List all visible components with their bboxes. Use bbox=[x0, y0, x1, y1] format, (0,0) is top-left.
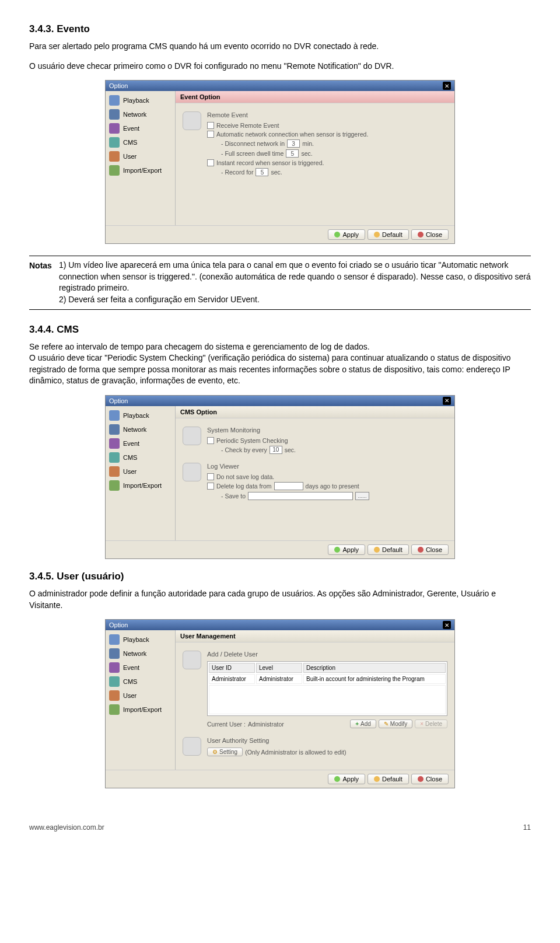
modify-button[interactable]: ✎Modify bbox=[379, 720, 412, 728]
add-button[interactable]: +Add bbox=[350, 720, 376, 728]
x-icon: × bbox=[420, 721, 424, 727]
nav-item-importexport[interactable]: Import/Export bbox=[106, 163, 175, 177]
delete-button[interactable]: ×Delete bbox=[415, 720, 447, 728]
checkbox[interactable] bbox=[207, 483, 214, 490]
nav-label: Playback bbox=[123, 97, 149, 104]
nav-item-playback[interactable]: Playback bbox=[106, 93, 175, 107]
seconds-input[interactable]: 5 bbox=[256, 168, 268, 176]
th-level[interactable]: Level bbox=[256, 663, 302, 673]
section-para: O usuário deve checar primeiro como o DV… bbox=[29, 61, 531, 72]
nav-item-cms[interactable]: CMS bbox=[106, 450, 175, 464]
unit-label: sec. bbox=[285, 446, 296, 453]
button-label: Default bbox=[382, 546, 402, 553]
plus-icon: + bbox=[355, 721, 359, 727]
checkbox[interactable] bbox=[207, 159, 214, 166]
close-button[interactable]: Close bbox=[411, 544, 449, 555]
button-label: Default bbox=[382, 231, 402, 238]
table-row[interactable]: Administrator Administrator Built-in acc… bbox=[209, 674, 446, 684]
minutes-input[interactable]: 3 bbox=[287, 139, 300, 148]
seconds-input[interactable]: 10 bbox=[270, 446, 282, 454]
nav-item-cms[interactable]: CMS bbox=[106, 135, 175, 149]
group-title: Add / Delete User bbox=[207, 651, 447, 658]
options-nav: PlaybackNetworkEventCMSUserImport/Export bbox=[106, 91, 176, 225]
nav-icon bbox=[109, 648, 120, 659]
notes-text: 1) Um vídeo live aparecerá em uma única … bbox=[59, 260, 531, 305]
path-input[interactable] bbox=[248, 492, 353, 500]
checkbox[interactable] bbox=[207, 131, 214, 138]
field-label: days ago to present bbox=[306, 483, 359, 490]
nav-item-user[interactable]: User bbox=[106, 149, 175, 163]
nav-item-network[interactable]: Network bbox=[106, 647, 175, 661]
default-button[interactable]: Default bbox=[368, 544, 409, 555]
nav-label: Network bbox=[123, 650, 146, 657]
nav-icon bbox=[109, 480, 120, 491]
checkbox-label: Automatic network connection when sensor… bbox=[216, 131, 368, 138]
check-icon bbox=[334, 776, 340, 782]
nav-label: User bbox=[123, 692, 136, 699]
nav-item-playback[interactable]: Playback bbox=[106, 633, 175, 647]
nav-item-event[interactable]: Event bbox=[106, 121, 175, 135]
button-label: Setting bbox=[219, 749, 237, 755]
nav-label: CMS bbox=[123, 454, 137, 461]
group-title: Log Viewer bbox=[207, 463, 447, 470]
section-text: O usuário deve ticar "Periodic System Ch… bbox=[29, 353, 510, 385]
nav-item-network[interactable]: Network bbox=[106, 422, 175, 436]
default-icon bbox=[374, 232, 380, 238]
nav-item-cms[interactable]: CMS bbox=[106, 675, 175, 689]
nav-item-user[interactable]: User bbox=[106, 464, 175, 479]
default-icon bbox=[374, 547, 380, 553]
unit-label: min. bbox=[302, 140, 314, 147]
nav-item-playback[interactable]: Playback bbox=[106, 408, 175, 422]
nav-label: CMS bbox=[123, 139, 137, 146]
field-label: - Disconnect network in bbox=[221, 140, 285, 147]
dialog-titlebar: Option ✕ bbox=[106, 396, 454, 406]
th-userid[interactable]: User ID bbox=[209, 663, 255, 673]
td-level: Administrator bbox=[256, 674, 302, 684]
apply-button[interactable]: Apply bbox=[328, 544, 365, 555]
page-number: 11 bbox=[523, 823, 531, 832]
unit-label: sec. bbox=[271, 169, 282, 176]
nav-item-event[interactable]: Event bbox=[106, 436, 175, 450]
th-description[interactable]: Description bbox=[303, 663, 446, 673]
apply-button[interactable]: Apply bbox=[328, 229, 365, 240]
nav-label: Playback bbox=[123, 636, 149, 643]
unit-label: sec. bbox=[301, 150, 312, 157]
button-label: Close bbox=[426, 776, 442, 783]
default-button[interactable]: Default bbox=[368, 774, 409, 784]
nav-icon bbox=[109, 704, 120, 715]
nav-item-network[interactable]: Network bbox=[106, 107, 175, 121]
close-icon[interactable]: ✕ bbox=[443, 82, 451, 90]
setting-button[interactable]: ⚙Setting bbox=[207, 748, 243, 756]
button-label: Apply bbox=[342, 231, 359, 238]
nav-label: Import/Export bbox=[123, 706, 162, 713]
apply-button[interactable]: Apply bbox=[328, 774, 365, 784]
field-label: - Full screen dwell time bbox=[221, 150, 284, 157]
default-button[interactable]: Default bbox=[368, 229, 409, 240]
checkbox[interactable] bbox=[207, 122, 214, 129]
nav-icon bbox=[109, 438, 120, 449]
button-label: Close bbox=[426, 231, 442, 238]
section-para: Se refere ao intervalo de tempo para che… bbox=[29, 341, 531, 387]
nav-icon bbox=[109, 634, 120, 645]
button-label: Delete bbox=[425, 721, 442, 727]
seconds-input[interactable]: 5 bbox=[286, 149, 299, 158]
nav-item-user[interactable]: User bbox=[106, 689, 175, 703]
close-button[interactable]: Close bbox=[411, 229, 449, 240]
checkbox[interactable] bbox=[207, 473, 214, 480]
option-dialog-cms: Option ✕ PlaybackNetworkEventCMSUserImpo… bbox=[105, 395, 455, 559]
close-icon[interactable]: ✕ bbox=[443, 397, 451, 405]
nav-item-event[interactable]: Event bbox=[106, 661, 175, 675]
close-button[interactable]: Close bbox=[411, 774, 449, 784]
days-combo[interactable] bbox=[274, 482, 303, 490]
button-label: Modify bbox=[390, 721, 407, 727]
nav-item-importexport[interactable]: Import/Export bbox=[106, 479, 175, 493]
nav-item-importexport[interactable]: Import/Export bbox=[106, 703, 175, 717]
dialog-title: Option bbox=[109, 82, 128, 89]
options-nav: PlaybackNetworkEventCMSUserImport/Export bbox=[106, 630, 176, 770]
nav-icon bbox=[109, 676, 120, 687]
section-para: O administrador pode definir a função au… bbox=[29, 588, 531, 611]
browse-button[interactable]: ...... bbox=[355, 492, 369, 500]
close-icon[interactable]: ✕ bbox=[443, 621, 451, 629]
button-label: Close bbox=[426, 546, 442, 553]
checkbox[interactable] bbox=[207, 437, 214, 444]
